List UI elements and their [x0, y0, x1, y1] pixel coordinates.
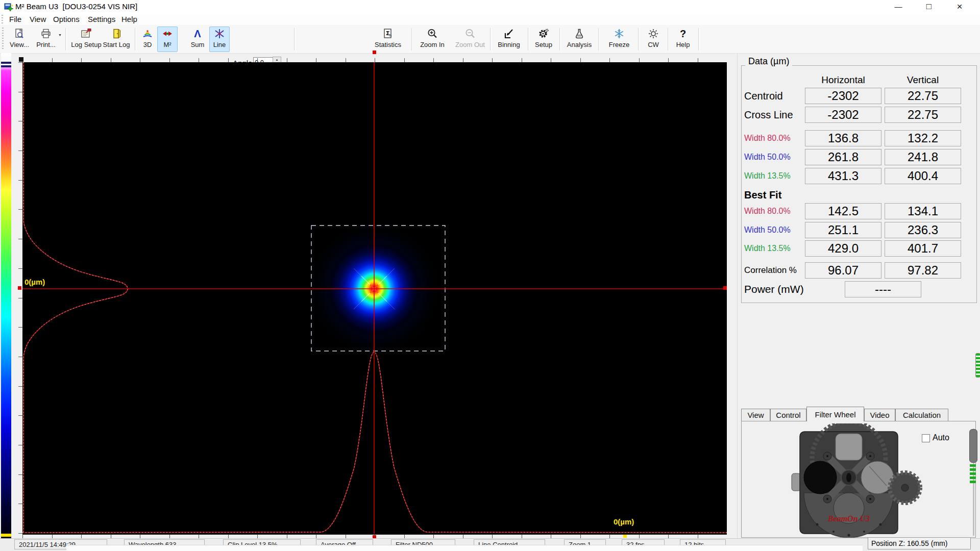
value-centroid-h: -2302 — [805, 88, 881, 104]
log-setup-form-icon — [80, 27, 92, 40]
row-label-centroid: Centroid — [744, 88, 804, 104]
freeze-button[interactable]: Freeze — [603, 27, 635, 52]
statistics-sigma-icon: Σh — [382, 27, 394, 40]
row-label-width50: Width 50.0% — [744, 149, 804, 165]
svg-text:h: h — [389, 34, 391, 38]
ruler-yellow-marker[interactable] — [623, 535, 627, 538]
question-mark-icon: ? — [680, 27, 686, 40]
toolbar-separator — [598, 28, 599, 51]
toolbar-separator — [638, 28, 639, 51]
row-label-width80: Width 80.0% — [744, 130, 804, 146]
menu-view[interactable]: View — [27, 14, 49, 24]
title-bar: M² Beam U3 [DOU3-0254 VIS NIR] — □ × — [0, 0, 980, 13]
minimize-button[interactable]: — — [887, 1, 910, 12]
crosshair-handle-left[interactable] — [18, 286, 21, 290]
analysis-button[interactable]: Analysis — [564, 27, 595, 52]
value-width135-v: 400.4 — [885, 168, 961, 184]
statusbar-overlay — [66, 545, 863, 551]
value-width50-v: 241.8 — [885, 149, 961, 165]
sum-button[interactable]: Λ Sum — [187, 27, 208, 52]
filter-wheel-illustration: BeamOn U3 — [789, 423, 922, 538]
zoom-in-button[interactable]: Zoom In — [418, 27, 447, 52]
device-logo: BeamOn U3 — [827, 514, 870, 523]
3d-button[interactable]: 3D — [139, 27, 156, 52]
row-label-correlation: Correlation % — [744, 262, 804, 279]
snowflake-icon — [614, 27, 625, 40]
tab-control[interactable]: Control — [770, 409, 806, 421]
screen-edge-widget[interactable] — [975, 353, 980, 378]
beam-canvas-svg: 0(µm) 0(µm) — [22, 62, 727, 534]
setup-button[interactable]: Setup — [531, 27, 556, 52]
column-header-vertical: Vertical — [885, 74, 961, 86]
filter-slot-left — [804, 461, 837, 494]
zoom-in-icon — [427, 27, 438, 40]
beam-display-canvas[interactable]: 0(µm) 0(µm) — [22, 62, 727, 534]
flask-icon — [574, 27, 585, 40]
vertical-profile-curve — [23, 62, 128, 533]
ruler-corner-handle[interactable] — [19, 57, 23, 62]
value-bf-width50-h: 251.1 — [805, 222, 881, 238]
value-crossline-v: 22.75 — [885, 107, 961, 123]
tab-filter-wheel[interactable]: Filter Wheel — [806, 407, 864, 421]
gear-icon — [538, 27, 549, 40]
auto-checkbox[interactable] — [922, 434, 930, 442]
value-width80-v: 132.2 — [885, 130, 961, 146]
m2-button[interactable]: M² — [157, 27, 178, 52]
value-bf-width80-v: 134.1 — [885, 203, 961, 219]
row-label-cross-line: Cross Line — [744, 107, 804, 123]
sum-gaussian-icon: Λ — [194, 27, 201, 40]
intensity-colorbar — [1, 53, 11, 542]
toolbar-grip — [2, 28, 4, 50]
menu-settings[interactable]: Settings — [85, 14, 118, 24]
row-label-power: Power (mW) — [744, 281, 804, 297]
statistics-button[interactable]: Σh Statistics — [369, 27, 407, 52]
row-label-bf-width50: Width 50.0% — [744, 222, 804, 238]
data-groupbox-title: Data (µm) — [745, 56, 792, 66]
toolbar-separator — [411, 28, 412, 51]
value-width80-h: 136.8 — [805, 130, 881, 146]
toolbar-separator — [559, 28, 560, 51]
toolbar-separator — [490, 28, 491, 51]
colorbar-top-stripe — [1, 62, 11, 64]
axis-zero-label-left: 0(µm) — [24, 278, 45, 286]
zoom-out-button: Zoom Out — [452, 27, 488, 52]
tab-video[interactable]: Video — [864, 409, 895, 421]
toolbar: View... Print... ▼ Log Setup Start Log 3… — [0, 25, 980, 54]
window-title: M² Beam U3 [DOU3-0254 VIS NIR] — [15, 2, 137, 11]
sun-icon — [648, 27, 659, 40]
close-button[interactable]: × — [948, 1, 971, 12]
toolbar-separator — [528, 28, 529, 51]
toolbar-separator — [668, 28, 669, 51]
help-button[interactable]: ? Help — [672, 27, 694, 52]
binning-button[interactable]: Binning — [493, 27, 525, 52]
colorbar-top-stripe — [1, 65, 11, 67]
toolbar-separator — [294, 28, 295, 51]
view-button[interactable]: View... — [7, 27, 32, 52]
tab-calculation[interactable]: Calculation — [895, 409, 948, 421]
m2-bowtie-icon — [161, 27, 174, 40]
menu-bar: File View Options Settings Help — [0, 13, 980, 25]
crosshair-handle-top[interactable] — [373, 51, 376, 54]
restore-button[interactable]: □ — [918, 1, 940, 12]
application-window: M² Beam U3 [DOU3-0254 VIS NIR] — □ × Fil… — [0, 0, 980, 551]
start-log-button[interactable]: Start Log — [100, 27, 133, 52]
cw-button[interactable]: CW — [642, 27, 665, 52]
menu-file[interactable]: File — [6, 14, 24, 24]
auto-checkbox-label: Auto — [933, 433, 949, 442]
3d-surface-icon — [142, 27, 153, 40]
filter-slider-thumb[interactable] — [969, 429, 977, 463]
value-bf-width135-v: 401.7 — [885, 240, 961, 257]
line-star-icon — [213, 27, 226, 40]
line-button[interactable]: Line — [209, 27, 230, 52]
log-setup-button[interactable]: Log Setup — [69, 27, 103, 52]
value-width50-h: 261.8 — [805, 149, 881, 165]
print-button[interactable]: Print... — [34, 27, 58, 52]
value-bf-width80-h: 142.5 — [805, 203, 881, 219]
menu-help[interactable]: Help — [118, 14, 140, 24]
menu-options[interactable]: Options — [50, 14, 83, 24]
best-fit-header: Best Fit — [744, 187, 804, 203]
crosshair-handle-right[interactable] — [723, 286, 727, 290]
tab-view[interactable]: View — [741, 409, 770, 421]
binning-arrow-icon — [503, 27, 514, 40]
print-dropdown-arrow[interactable]: ▼ — [58, 33, 62, 37]
